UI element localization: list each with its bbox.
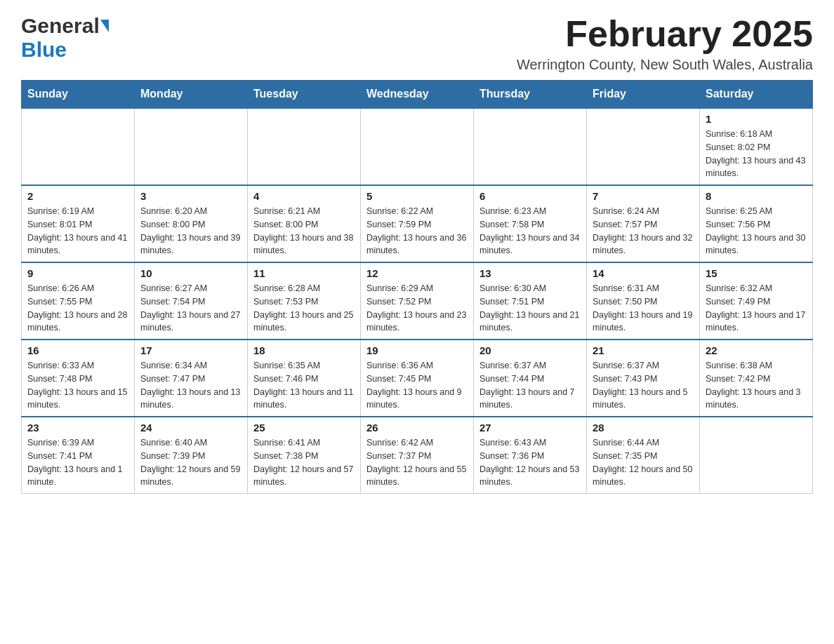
day-number: 25 [253,422,355,434]
weekday-header-thursday: Thursday [474,81,587,109]
calendar-cell: 13Sunrise: 6:30 AMSunset: 7:51 PMDayligh… [474,262,587,340]
day-number: 18 [253,344,355,356]
day-number: 10 [140,267,241,279]
day-info: Sunrise: 6:18 AMSunset: 8:02 PMDaylight:… [706,128,807,180]
calendar-cell: 18Sunrise: 6:35 AMSunset: 7:46 PMDayligh… [248,340,361,417]
calendar-cell: 23Sunrise: 6:39 AMSunset: 7:41 PMDayligh… [22,417,135,494]
calendar-cell: 25Sunrise: 6:41 AMSunset: 7:38 PMDayligh… [248,417,361,494]
logo-triangle-icon [100,20,109,32]
day-number: 5 [366,190,468,202]
location-subtitle: Werrington County, New South Wales, Aust… [517,57,813,73]
day-info: Sunrise: 6:32 AMSunset: 7:49 PMDaylight:… [706,282,807,335]
weekday-header-friday: Friday [587,81,700,109]
day-number: 19 [366,344,468,356]
calendar-cell: 15Sunrise: 6:32 AMSunset: 7:49 PMDayligh… [700,262,813,340]
day-info: Sunrise: 6:33 AMSunset: 7:48 PMDaylight:… [27,359,128,412]
logo-general-text: General [21,14,100,38]
day-info: Sunrise: 6:37 AMSunset: 7:44 PMDaylight:… [479,359,581,412]
day-number: 15 [706,267,807,279]
week-row-1: 1Sunrise: 6:18 AMSunset: 8:02 PMDaylight… [22,108,813,185]
calendar-cell: 27Sunrise: 6:43 AMSunset: 7:36 PMDayligh… [474,417,587,494]
day-number: 1 [706,113,807,125]
month-title: February 2025 [517,14,813,54]
day-number: 14 [593,267,694,279]
week-row-5: 23Sunrise: 6:39 AMSunset: 7:41 PMDayligh… [22,417,813,494]
week-row-2: 2Sunrise: 6:19 AMSunset: 8:01 PMDaylight… [22,185,813,262]
day-number: 12 [366,267,468,279]
calendar-cell: 21Sunrise: 6:37 AMSunset: 7:43 PMDayligh… [587,340,700,417]
calendar-cell: 19Sunrise: 6:36 AMSunset: 7:45 PMDayligh… [361,340,474,417]
day-info: Sunrise: 6:19 AMSunset: 8:01 PMDaylight:… [27,205,128,257]
day-info: Sunrise: 6:41 AMSunset: 7:38 PMDaylight:… [253,436,355,489]
day-info: Sunrise: 6:20 AMSunset: 8:00 PMDaylight:… [140,205,241,257]
day-number: 3 [140,190,241,202]
day-info: Sunrise: 6:24 AMSunset: 7:57 PMDaylight:… [593,205,694,257]
calendar-cell [700,417,813,494]
day-info: Sunrise: 6:43 AMSunset: 7:36 PMDaylight:… [479,436,581,489]
calendar-cell: 28Sunrise: 6:44 AMSunset: 7:35 PMDayligh… [587,417,700,494]
calendar-cell: 4Sunrise: 6:21 AMSunset: 8:00 PMDaylight… [248,185,361,262]
calendar-cell: 1Sunrise: 6:18 AMSunset: 8:02 PMDaylight… [700,108,813,185]
logo: General Blue [21,14,109,62]
day-info: Sunrise: 6:40 AMSunset: 7:39 PMDaylight:… [140,436,241,489]
title-section: February 2025 Werrington County, New Sou… [517,14,813,73]
calendar-cell: 3Sunrise: 6:20 AMSunset: 8:00 PMDaylight… [135,185,248,262]
day-number: 7 [593,190,694,202]
calendar-cell: 7Sunrise: 6:24 AMSunset: 7:57 PMDaylight… [587,185,700,262]
calendar-cell: 20Sunrise: 6:37 AMSunset: 7:44 PMDayligh… [474,340,587,417]
weekday-header-sunday: Sunday [22,81,135,109]
day-number: 27 [479,422,581,434]
weekday-header-monday: Monday [135,81,248,109]
day-info: Sunrise: 6:30 AMSunset: 7:51 PMDaylight:… [479,282,581,335]
logo-blue-text: Blue [21,38,67,61]
day-number: 13 [479,267,581,279]
calendar-cell: 17Sunrise: 6:34 AMSunset: 7:47 PMDayligh… [135,340,248,417]
weekday-header-tuesday: Tuesday [248,81,361,109]
calendar-cell: 2Sunrise: 6:19 AMSunset: 8:01 PMDaylight… [22,185,135,262]
week-row-4: 16Sunrise: 6:33 AMSunset: 7:48 PMDayligh… [22,340,813,417]
calendar-cell [135,108,248,185]
calendar-cell: 24Sunrise: 6:40 AMSunset: 7:39 PMDayligh… [135,417,248,494]
day-number: 11 [253,267,355,279]
calendar-cell: 14Sunrise: 6:31 AMSunset: 7:50 PMDayligh… [587,262,700,340]
calendar-cell: 10Sunrise: 6:27 AMSunset: 7:54 PMDayligh… [135,262,248,340]
calendar-cell: 16Sunrise: 6:33 AMSunset: 7:48 PMDayligh… [22,340,135,417]
day-number: 16 [27,344,128,356]
day-number: 9 [27,267,128,279]
day-info: Sunrise: 6:35 AMSunset: 7:46 PMDaylight:… [253,359,355,412]
calendar-cell [587,108,700,185]
day-info: Sunrise: 6:39 AMSunset: 7:41 PMDaylight:… [27,436,128,489]
day-info: Sunrise: 6:21 AMSunset: 8:00 PMDaylight:… [253,205,355,257]
calendar-cell [474,108,587,185]
week-row-3: 9Sunrise: 6:26 AMSunset: 7:55 PMDaylight… [22,262,813,340]
day-info: Sunrise: 6:42 AMSunset: 7:37 PMDaylight:… [366,436,468,489]
page-header: General Blue February 2025 Werrington Co… [21,14,813,73]
calendar-cell: 22Sunrise: 6:38 AMSunset: 7:42 PMDayligh… [700,340,813,417]
day-info: Sunrise: 6:28 AMSunset: 7:53 PMDaylight:… [253,282,355,335]
weekday-header-row: SundayMondayTuesdayWednesdayThursdayFrid… [22,81,813,109]
calendar-cell: 9Sunrise: 6:26 AMSunset: 7:55 PMDaylight… [22,262,135,340]
day-info: Sunrise: 6:44 AMSunset: 7:35 PMDaylight:… [593,436,694,489]
day-number: 24 [140,422,241,434]
calendar-cell: 11Sunrise: 6:28 AMSunset: 7:53 PMDayligh… [248,262,361,340]
day-info: Sunrise: 6:34 AMSunset: 7:47 PMDaylight:… [140,359,241,412]
calendar-cell: 12Sunrise: 6:29 AMSunset: 7:52 PMDayligh… [361,262,474,340]
day-info: Sunrise: 6:36 AMSunset: 7:45 PMDaylight:… [366,359,468,412]
day-info: Sunrise: 6:29 AMSunset: 7:52 PMDaylight:… [366,282,468,335]
day-info: Sunrise: 6:26 AMSunset: 7:55 PMDaylight:… [27,282,128,335]
day-number: 8 [706,190,807,202]
calendar-cell [248,108,361,185]
day-number: 20 [479,344,581,356]
calendar-cell: 26Sunrise: 6:42 AMSunset: 7:37 PMDayligh… [361,417,474,494]
weekday-header-wednesday: Wednesday [361,81,474,109]
day-info: Sunrise: 6:31 AMSunset: 7:50 PMDaylight:… [593,282,694,335]
calendar-cell: 5Sunrise: 6:22 AMSunset: 7:59 PMDaylight… [361,185,474,262]
day-info: Sunrise: 6:27 AMSunset: 7:54 PMDaylight:… [140,282,241,335]
day-number: 22 [706,344,807,356]
calendar-cell: 8Sunrise: 6:25 AMSunset: 7:56 PMDaylight… [700,185,813,262]
calendar-cell: 6Sunrise: 6:23 AMSunset: 7:58 PMDaylight… [474,185,587,262]
day-number: 17 [140,344,241,356]
day-info: Sunrise: 6:22 AMSunset: 7:59 PMDaylight:… [366,205,468,257]
day-info: Sunrise: 6:37 AMSunset: 7:43 PMDaylight:… [593,359,694,412]
day-info: Sunrise: 6:23 AMSunset: 7:58 PMDaylight:… [479,205,581,257]
